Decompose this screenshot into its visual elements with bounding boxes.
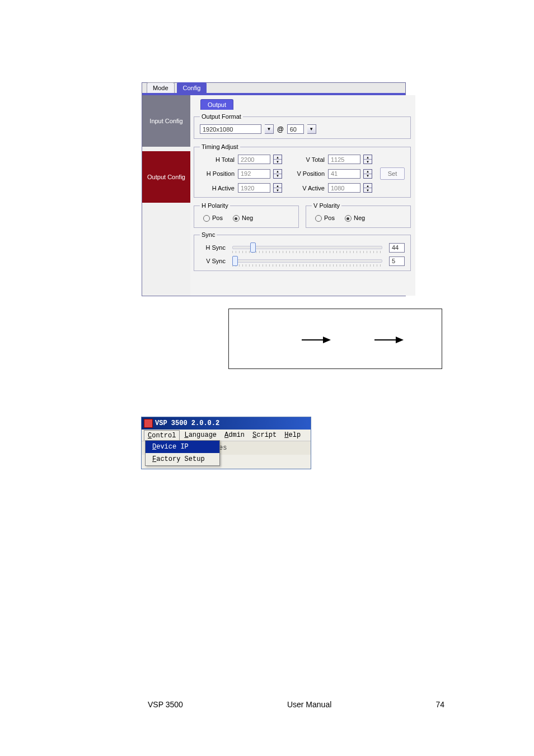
v-position-spin[interactable]: ▲▼ bbox=[363, 169, 372, 179]
footer-right: 74 bbox=[435, 700, 444, 709]
v-active-spin[interactable]: ▲▼ bbox=[363, 183, 372, 193]
control-dropdown: Device IP Factory Setup bbox=[145, 440, 220, 466]
v-sync-slider[interactable] bbox=[232, 256, 382, 266]
radio-off-icon bbox=[203, 215, 210, 222]
h-position-spin[interactable]: ▲▼ bbox=[273, 169, 282, 179]
vsp-window: VSP 3500 2.0.0.2 Control Language Admin … bbox=[141, 417, 311, 469]
chevron-down-icon: ▼ bbox=[274, 188, 282, 192]
menu-device-ip[interactable]: Device IP bbox=[146, 441, 219, 453]
sidebar-gap bbox=[142, 147, 190, 151]
h-active-spin[interactable]: ▲▼ bbox=[273, 183, 282, 193]
app-icon bbox=[144, 419, 153, 428]
window-title: VSP 3500 2.0.0.2 bbox=[155, 419, 219, 427]
tab-mode[interactable]: Mode bbox=[147, 82, 175, 93]
footer-center: User Manual bbox=[287, 700, 331, 709]
menu-factory-setup[interactable]: Factory Setup bbox=[146, 453, 219, 465]
v-total-spin[interactable]: ▲▼ bbox=[363, 155, 372, 164]
radio-label: Pos bbox=[324, 214, 335, 221]
output-config-window: Mode Config Input Config Output Config O… bbox=[142, 82, 406, 296]
v-sync-value[interactable] bbox=[389, 256, 405, 266]
resolution-dropdown-button[interactable]: ▼ bbox=[265, 124, 274, 134]
radio-on-icon bbox=[233, 215, 240, 222]
inner-tabbar: Output bbox=[194, 99, 411, 110]
v-polarity-pos[interactable]: Pos bbox=[315, 214, 335, 222]
window1-body: Input Config Output Config Output Output… bbox=[142, 95, 405, 296]
titlebar: VSP 3500 2.0.0.2 bbox=[142, 417, 311, 430]
toolbar-fragment: es bbox=[219, 444, 227, 452]
v-position-label: V Position bbox=[297, 170, 325, 177]
radio-label: Pos bbox=[212, 214, 223, 221]
chevron-up-icon: ▲ bbox=[274, 184, 282, 188]
chevron-down-icon: ▼ bbox=[274, 174, 282, 178]
menubar: Control Language Admin Script Help bbox=[142, 430, 311, 441]
h-active-label: H Active bbox=[200, 185, 235, 192]
chevron-down-icon: ▼ bbox=[364, 174, 372, 178]
left-sidebar: Input Config Output Config bbox=[142, 95, 190, 296]
menu-admin[interactable]: Admin bbox=[221, 430, 248, 440]
v-active-input[interactable] bbox=[328, 183, 360, 193]
chevron-up-icon: ▲ bbox=[274, 155, 282, 160]
chevron-down-icon: ▼ bbox=[364, 160, 372, 164]
sync-group: Sync H Sync V Sync bbox=[194, 231, 411, 271]
h-polarity-neg[interactable]: Neg bbox=[233, 214, 253, 222]
timing-adjust-legend: Timing Adjust bbox=[200, 143, 240, 150]
menu-language[interactable]: Language bbox=[181, 430, 220, 440]
h-sync-slider[interactable] bbox=[232, 242, 382, 253]
h-sync-label: H Sync bbox=[200, 244, 226, 251]
tab-output[interactable]: Output bbox=[200, 99, 233, 110]
radio-label: Neg bbox=[242, 214, 253, 221]
sync-legend: Sync bbox=[200, 231, 217, 238]
chevron-down-icon: ▼ bbox=[364, 188, 372, 192]
flow-diagram bbox=[228, 309, 442, 369]
h-polarity-legend: H Polarity bbox=[200, 202, 230, 209]
content-panel: Output Output Format ▼ @ ▼ bbox=[190, 95, 415, 296]
radio-on-icon bbox=[345, 215, 352, 222]
resolution-select[interactable] bbox=[200, 124, 261, 134]
output-format-group: Output Format ▼ @ ▼ bbox=[194, 113, 411, 139]
chevron-down-icon: ▼ bbox=[267, 127, 271, 132]
h-sync-value[interactable] bbox=[389, 243, 405, 253]
v-total-input[interactable] bbox=[328, 155, 360, 164]
chevron-down-icon: ▼ bbox=[274, 160, 282, 164]
menu-control[interactable]: Control bbox=[144, 430, 180, 441]
h-total-input[interactable] bbox=[238, 155, 270, 164]
v-polarity-group: V Polarity Pos Neg bbox=[306, 202, 411, 228]
radio-off-icon bbox=[315, 215, 322, 222]
h-position-label: H Position bbox=[200, 170, 235, 177]
v-active-label: V Active bbox=[297, 185, 325, 192]
h-active-input[interactable] bbox=[238, 183, 270, 193]
v-position-input[interactable] bbox=[328, 169, 360, 179]
output-format-legend: Output Format bbox=[200, 113, 243, 120]
top-tabbar: Mode Config bbox=[142, 83, 405, 95]
tab-config[interactable]: Config bbox=[177, 82, 207, 93]
v-sync-label: V Sync bbox=[200, 258, 226, 264]
refresh-select[interactable] bbox=[287, 124, 304, 134]
chevron-up-icon: ▲ bbox=[364, 184, 372, 188]
page: Mode Config Input Config Output Config O… bbox=[0, 0, 534, 756]
menu-script[interactable]: Script bbox=[249, 430, 280, 440]
menu-help[interactable]: Help bbox=[281, 430, 304, 440]
radio-label: Neg bbox=[354, 214, 365, 221]
chevron-down-icon: ▼ bbox=[309, 127, 313, 132]
page-footer: VSP 3500 User Manual 74 bbox=[148, 700, 444, 709]
sidebar-output-config[interactable]: Output Config bbox=[142, 151, 190, 203]
h-polarity-group: H Polarity Pos Neg bbox=[194, 202, 299, 228]
set-button[interactable]: Set bbox=[380, 167, 405, 180]
chevron-up-icon: ▲ bbox=[364, 170, 372, 174]
footer-left: VSP 3500 bbox=[148, 700, 183, 709]
h-total-spin[interactable]: ▲▼ bbox=[273, 155, 282, 164]
h-position-input[interactable] bbox=[238, 169, 270, 179]
chevron-up-icon: ▲ bbox=[274, 170, 282, 174]
timing-adjust-group: Timing Adjust H Total ▲▼ V Total ▲▼ H Po… bbox=[194, 143, 411, 198]
sidebar-input-config[interactable]: Input Config bbox=[142, 95, 190, 147]
v-polarity-neg[interactable]: Neg bbox=[345, 214, 365, 222]
v-polarity-legend: V Polarity bbox=[312, 202, 341, 209]
h-polarity-pos[interactable]: Pos bbox=[203, 214, 223, 222]
chevron-up-icon: ▲ bbox=[364, 155, 372, 160]
at-symbol: @ bbox=[277, 125, 284, 133]
v-total-label: V Total bbox=[297, 156, 325, 163]
h-total-label: H Total bbox=[200, 156, 235, 163]
refresh-dropdown-button[interactable]: ▼ bbox=[307, 124, 316, 134]
